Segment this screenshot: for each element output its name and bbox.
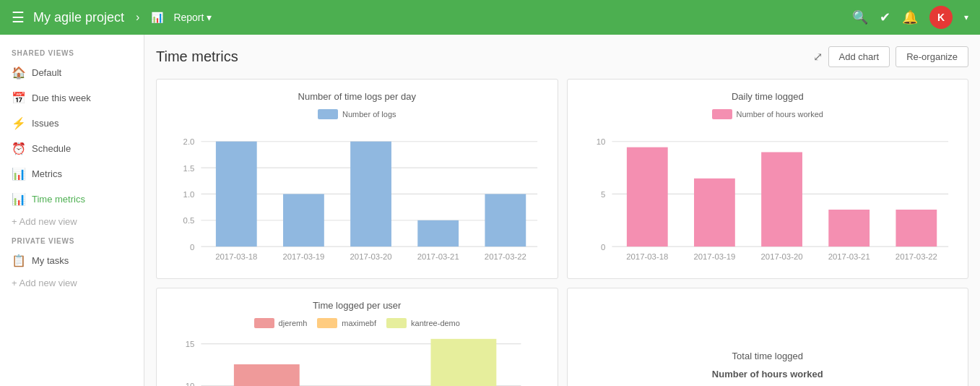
- bar-5: [485, 194, 526, 246]
- layout: SHARED VIEWS 🏠 Default 📅 Due this week ⚡…: [0, 35, 980, 386]
- bar-4: [417, 220, 459, 246]
- calendar-icon: 📅: [12, 91, 25, 105]
- bar-chart-svg: 10 5 0 2017-03-18 2017-03-19 2017-03-20: [579, 125, 957, 265]
- avatar[interactable]: K: [929, 6, 953, 29]
- sidebar-item-time-metrics[interactable]: 📊 Time metrics: [0, 186, 144, 212]
- sidebar-item-label: Time metrics: [32, 194, 85, 205]
- chart-area: 15 10 5 0 Number of hours worked: [168, 334, 546, 386]
- svg-text:0: 0: [190, 243, 194, 252]
- legend-box: [712, 109, 732, 119]
- chart-title: Daily time logged: [579, 91, 957, 102]
- bar-chart-svg: 2.0 1.5 1.0 0.5 0 2017-: [168, 125, 546, 265]
- sidebar-item-label: Default: [32, 67, 61, 78]
- sidebar-item-issues[interactable]: ⚡ Issues: [0, 111, 144, 136]
- sidebar-item-schedule[interactable]: ⏰ Schedule: [0, 136, 144, 161]
- svg-text:2017-03-20: 2017-03-20: [350, 252, 392, 261]
- legend-label-kantree: kantree-demo: [411, 319, 460, 327]
- shared-views-label: SHARED VIEWS: [0, 43, 144, 60]
- sidebar-item-label: Issues: [32, 118, 59, 129]
- chart-title: Total time logged: [732, 351, 803, 361]
- main-content: Time metrics ⤢ Add chart Re-organize Num…: [144, 35, 980, 386]
- breadcrumb-chevron: ›: [136, 11, 139, 24]
- svg-text:10: 10: [186, 382, 195, 386]
- bar-3: [761, 152, 802, 246]
- legend-label: Number of logs: [342, 110, 396, 119]
- svg-text:2.0: 2.0: [183, 137, 195, 146]
- legend-box-kantree: [386, 318, 407, 328]
- sidebar-item-default[interactable]: 🏠 Default: [0, 60, 144, 85]
- private-views-label: PRIVATE VIEWS: [0, 231, 144, 248]
- chart-title: Time logged per user: [168, 300, 546, 311]
- chart-time-per-user: Time logged per user djeremh maximebf ka…: [156, 288, 558, 386]
- chart-area: 10 5 0 2017-03-18 2017-03-19 2017-03-20: [579, 125, 957, 267]
- main-header: Time metrics ⤢ Add chart Re-organize: [156, 46, 968, 67]
- issues-icon: ⚡: [12, 116, 25, 130]
- svg-text:2017-03-22: 2017-03-22: [895, 252, 937, 261]
- svg-text:2017-03-18: 2017-03-18: [626, 252, 668, 261]
- main-actions: ⤢ Add chart Re-organize: [813, 46, 968, 67]
- header: ☰ My agile project › 📊 Report ▾ 🔍 ✔ 🔔 K …: [0, 0, 980, 35]
- time-metrics-icon: 📊: [12, 192, 25, 206]
- bar-djeremh: [234, 364, 300, 386]
- bar-kantree: [430, 339, 496, 386]
- total-subtitle: Number of hours worked: [712, 369, 823, 379]
- legend-label-maximebf: maximebf: [342, 319, 376, 327]
- svg-text:2017-03-20: 2017-03-20: [760, 252, 802, 261]
- sidebar-item-label: Metrics: [32, 168, 62, 179]
- report-breadcrumb[interactable]: Report ▾: [173, 12, 212, 23]
- bar-3: [350, 142, 391, 246]
- avatar-dropdown-icon[interactable]: ▾: [964, 12, 968, 22]
- svg-text:2017-03-18: 2017-03-18: [215, 252, 257, 261]
- header-icons: 🔍 ✔ 🔔 K ▾: [852, 6, 968, 29]
- bar-2: [694, 179, 735, 246]
- menu-icon[interactable]: ☰: [12, 9, 25, 26]
- svg-text:0: 0: [601, 243, 605, 252]
- clock-icon: ⏰: [12, 142, 25, 155]
- svg-text:2017-03-22: 2017-03-22: [485, 252, 526, 261]
- metrics-icon: 📊: [12, 167, 25, 181]
- sidebar-item-label: Due this week: [32, 93, 91, 103]
- report-label: Report: [173, 12, 204, 23]
- bar-1: [216, 142, 257, 246]
- project-title: My agile project: [33, 10, 124, 25]
- add-chart-button[interactable]: Add chart: [828, 46, 890, 67]
- add-shared-view[interactable]: + Add new view: [0, 212, 144, 231]
- chart-legend: Number of logs: [168, 109, 546, 119]
- checkmark-icon[interactable]: ✔: [880, 9, 890, 25]
- charts-grid: Number of time logs per day Number of lo…: [156, 79, 968, 386]
- add-private-view[interactable]: + Add new view: [0, 273, 144, 293]
- bar-chart-svg: 15 10 5 0 Number of hours worked: [168, 334, 546, 386]
- report-chart-icon: 📊: [151, 12, 163, 23]
- search-icon[interactable]: 🔍: [852, 9, 868, 25]
- svg-text:2017-03-21: 2017-03-21: [417, 252, 459, 261]
- expand-icon[interactable]: ⤢: [813, 50, 823, 64]
- report-dropdown-icon[interactable]: ▾: [207, 12, 212, 23]
- chart-daily-time-logged: Daily time logged Number of hours worked…: [567, 79, 969, 279]
- legend-label-djeremh: djeremh: [279, 319, 308, 327]
- sidebar-item-label: Schedule: [32, 143, 71, 154]
- page-title: Time metrics: [156, 48, 238, 65]
- bar-4: [828, 210, 870, 246]
- tasks-icon: 📋: [12, 254, 25, 267]
- svg-text:2017-03-21: 2017-03-21: [828, 252, 870, 261]
- sidebar-item-metrics[interactable]: 📊 Metrics: [0, 161, 144, 186]
- svg-text:1.5: 1.5: [183, 164, 195, 173]
- chart-area: 2.0 1.5 1.0 0.5 0 2017-: [168, 125, 546, 267]
- reorganize-button[interactable]: Re-organize: [896, 46, 968, 67]
- bell-icon[interactable]: 🔔: [902, 9, 918, 25]
- legend-box: [318, 109, 338, 119]
- sidebar-item-due-this-week[interactable]: 📅 Due this week: [0, 85, 144, 111]
- chart-legend: djeremh maximebf kantree-demo: [168, 318, 546, 328]
- bar-1: [626, 147, 667, 246]
- sidebar-item-my-tasks[interactable]: 📋 My tasks: [0, 248, 144, 273]
- svg-text:5: 5: [601, 190, 605, 199]
- svg-text:1.0: 1.0: [183, 190, 195, 199]
- svg-text:0.5: 0.5: [183, 216, 195, 225]
- svg-text:10: 10: [596, 137, 605, 146]
- bar-2: [283, 194, 324, 246]
- legend-box-maximebf: [317, 318, 337, 328]
- svg-text:2017-03-19: 2017-03-19: [282, 252, 324, 261]
- home-icon: 🏠: [12, 66, 25, 80]
- bar-5: [896, 210, 937, 246]
- chart-total-time-logged: Total time logged Number of hours worked…: [567, 288, 969, 386]
